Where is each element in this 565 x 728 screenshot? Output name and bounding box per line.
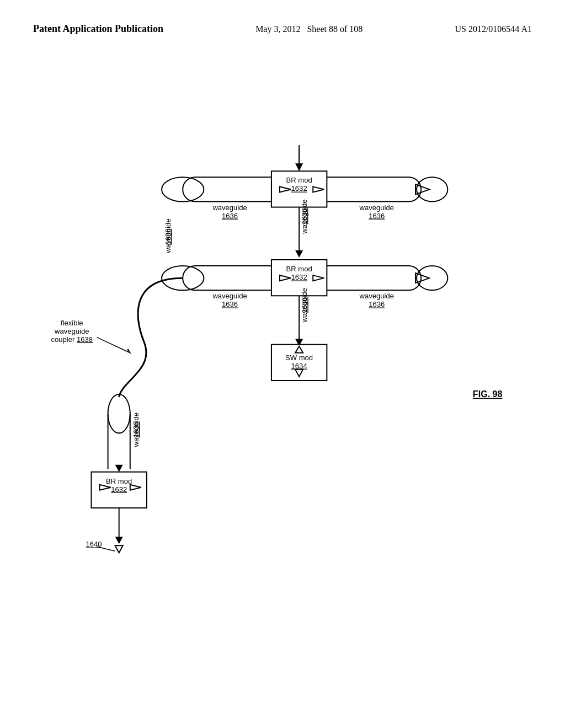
svg-text:SW mod: SW mod — [285, 354, 313, 362]
svg-text:waveguide: waveguide — [359, 292, 394, 300]
svg-text:flexible: flexible — [61, 319, 83, 327]
svg-text:1636: 1636 — [164, 229, 172, 245]
svg-marker-46 — [115, 465, 123, 472]
svg-text:1636: 1636 — [300, 208, 308, 224]
svg-text:waveguide: waveguide — [212, 204, 247, 212]
svg-point-41 — [108, 394, 130, 433]
svg-text:1636: 1636 — [222, 212, 238, 220]
svg-line-62 — [97, 338, 130, 353]
svg-text:1636: 1636 — [300, 297, 308, 313]
page-header: Patent Application Publication May 3, 20… — [0, 22, 565, 36]
svg-marker-14 — [295, 250, 303, 258]
date-label: May 3, 2012 Sheet 88 of 108 — [255, 22, 363, 34]
svg-text:BR mod: BR mod — [106, 477, 132, 485]
svg-text:1634: 1634 — [291, 362, 307, 370]
svg-text:1636: 1636 — [132, 421, 140, 437]
svg-text:1636: 1636 — [369, 300, 385, 308]
svg-text:1632: 1632 — [291, 273, 307, 281]
svg-text:1636: 1636 — [369, 212, 385, 220]
svg-text:waveguide: waveguide — [54, 327, 89, 335]
svg-text:waveguide: waveguide — [359, 204, 394, 212]
svg-text:1636: 1636 — [222, 300, 238, 308]
patent-number: US 2012/0106544 A1 — [455, 22, 532, 34]
svg-marker-53 — [115, 537, 123, 544]
svg-line-56 — [97, 547, 115, 551]
svg-text:FIG. 98: FIG. 98 — [473, 389, 503, 399]
svg-text:1632: 1632 — [291, 184, 307, 192]
patent-diagram: BR mod 1632 waveguide 1636 waveguide 163… — [33, 77, 532, 695]
svg-text:waveguide: waveguide — [212, 292, 247, 300]
svg-text:coupler 1638: coupler 1638 — [51, 335, 93, 344]
publication-label: Patent Application Publication — [33, 22, 163, 36]
svg-text:BR mod: BR mod — [286, 265, 312, 273]
svg-marker-54 — [115, 545, 123, 553]
svg-text:BR mod: BR mod — [286, 176, 312, 184]
svg-text:1632: 1632 — [111, 485, 127, 494]
